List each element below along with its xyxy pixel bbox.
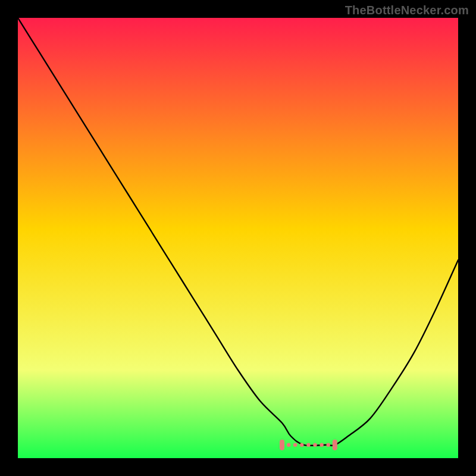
band-dot (300, 443, 303, 447)
watermark-text: TheBottleNecker.com (345, 4, 469, 17)
band-cap (333, 440, 337, 450)
plot-area (18, 18, 458, 458)
band-dot (287, 443, 290, 447)
band-dot (320, 443, 323, 447)
band-dot (306, 443, 310, 447)
band-dot (293, 443, 297, 447)
band-dot (327, 443, 330, 447)
band-cap (280, 440, 284, 450)
chart-container: TheBottleNecker.com (0, 0, 476, 476)
band-dot (313, 443, 317, 447)
gradient-background (18, 18, 458, 458)
bottleneck-chart (18, 18, 458, 458)
